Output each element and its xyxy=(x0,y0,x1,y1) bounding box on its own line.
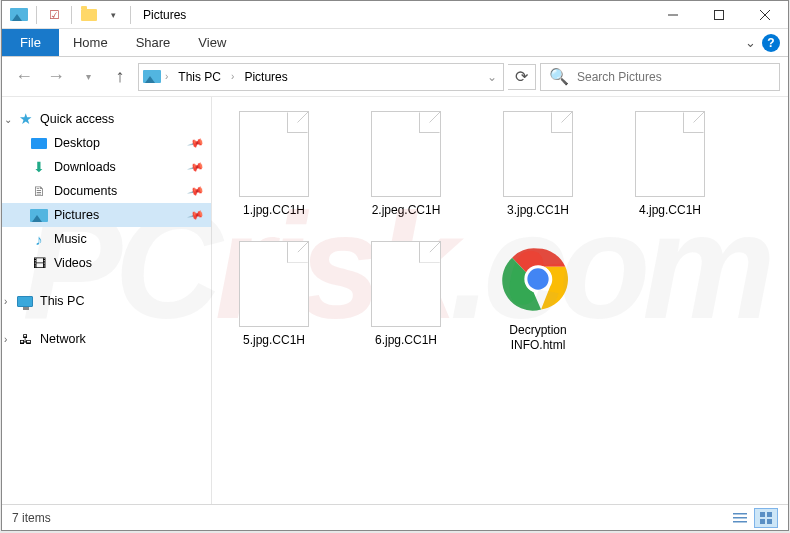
chevron-right-icon[interactable]: › xyxy=(229,71,236,82)
svg-rect-1 xyxy=(715,10,724,19)
network-icon: 🖧 xyxy=(16,330,34,348)
properties-icon[interactable]: ☑ xyxy=(43,4,65,26)
help-icon[interactable]: ? xyxy=(762,34,780,52)
tab-home[interactable]: Home xyxy=(59,29,122,56)
desktop-icon xyxy=(30,134,48,152)
file-item[interactable]: Decryption INFO.html xyxy=(490,241,586,354)
nav-music[interactable]: ♪ Music xyxy=(2,227,211,251)
chevron-down-icon: ⌄ xyxy=(4,114,12,125)
breadcrumb-pictures[interactable]: Pictures xyxy=(238,68,293,86)
close-button[interactable] xyxy=(742,1,788,29)
file-view[interactable]: 1.jpg.CC1H 2.jpeg.CC1H 3.jpg.CC1H 4.jpg.… xyxy=(212,97,788,504)
nav-label: Music xyxy=(54,232,87,246)
file-tab[interactable]: File xyxy=(2,29,59,56)
file-grid: 1.jpg.CC1H 2.jpeg.CC1H 3.jpg.CC1H 4.jpg.… xyxy=(226,111,774,354)
tab-view[interactable]: View xyxy=(184,29,240,56)
separator xyxy=(36,6,37,24)
svg-rect-12 xyxy=(760,519,765,524)
statusbar: 7 items xyxy=(2,504,788,530)
file-item[interactable]: 1.jpg.CC1H xyxy=(226,111,322,219)
pin-icon: 📌 xyxy=(187,134,206,152)
pictures-icon xyxy=(30,206,48,224)
maximize-button[interactable] xyxy=(696,1,742,29)
pin-icon: 📌 xyxy=(187,206,206,224)
svg-point-6 xyxy=(527,268,548,289)
file-name: 3.jpg.CC1H xyxy=(507,203,569,219)
navbar: ← → ▾ ↑ › This PC › Pictures ⌄ ⟳ 🔍 xyxy=(2,57,788,97)
document-icon: 🗎 xyxy=(30,182,48,200)
back-button[interactable]: ← xyxy=(10,63,38,91)
titlebar: ☑ ▾ Pictures xyxy=(2,1,788,29)
file-item[interactable]: 4.jpg.CC1H xyxy=(622,111,718,219)
item-count: 7 items xyxy=(12,511,51,525)
nav-label: Pictures xyxy=(54,208,99,222)
forward-button[interactable]: → xyxy=(42,63,70,91)
ribbon: File Home Share View ⌄ ? xyxy=(2,29,788,57)
file-name: 5.jpg.CC1H xyxy=(243,333,305,349)
chrome-icon xyxy=(500,241,576,317)
file-name: 1.jpg.CC1H xyxy=(243,203,305,219)
up-button[interactable]: ↑ xyxy=(106,63,134,91)
icons-view-button[interactable] xyxy=(754,508,778,528)
expand-ribbon-icon[interactable]: ⌄ xyxy=(745,35,756,50)
blank-file-icon xyxy=(371,111,441,197)
nav-label: Desktop xyxy=(54,136,100,150)
search-input[interactable] xyxy=(577,70,771,84)
svg-rect-9 xyxy=(733,521,747,523)
chevron-right-icon: › xyxy=(4,296,7,307)
address-dropdown-icon[interactable]: ⌄ xyxy=(485,70,499,84)
nav-network[interactable]: › 🖧 Network xyxy=(2,327,211,351)
pin-icon: 📌 xyxy=(187,182,206,200)
nav-downloads[interactable]: ⬇ Downloads 📌 xyxy=(2,155,211,179)
star-icon: ★ xyxy=(16,110,34,128)
refresh-button[interactable]: ⟳ xyxy=(508,64,536,90)
file-name: 2.jpeg.CC1H xyxy=(372,203,441,219)
file-name: Decryption INFO.html xyxy=(490,323,586,354)
minimize-button[interactable] xyxy=(650,1,696,29)
file-name: 4.jpg.CC1H xyxy=(639,203,701,219)
file-item[interactable]: 6.jpg.CC1H xyxy=(358,241,454,354)
qat-dropdown-icon[interactable]: ▾ xyxy=(102,4,124,26)
separator xyxy=(71,6,72,24)
navigation-pane: ⌄ ★ Quick access Desktop 📌 ⬇ Downloads 📌… xyxy=(2,97,212,504)
pin-icon: 📌 xyxy=(187,158,206,176)
blank-file-icon xyxy=(503,111,573,197)
svg-rect-7 xyxy=(733,513,747,515)
window-title: Pictures xyxy=(143,8,186,22)
body: ⌄ ★ Quick access Desktop 📌 ⬇ Downloads 📌… xyxy=(2,97,788,504)
new-folder-icon[interactable] xyxy=(78,4,100,26)
chevron-right-icon[interactable]: › xyxy=(163,71,170,82)
separator xyxy=(130,6,131,24)
blank-file-icon xyxy=(239,111,309,197)
breadcrumb-this-pc[interactable]: This PC xyxy=(172,68,227,86)
explorer-window: PCrisk.com ☑ ▾ Pictures File Home xyxy=(1,0,789,531)
file-name: 6.jpg.CC1H xyxy=(375,333,437,349)
search-box[interactable]: 🔍 xyxy=(540,63,780,91)
nav-label: Videos xyxy=(54,256,92,270)
address-bar[interactable]: › This PC › Pictures ⌄ xyxy=(138,63,504,91)
nav-documents[interactable]: 🗎 Documents 📌 xyxy=(2,179,211,203)
file-item[interactable]: 2.jpeg.CC1H xyxy=(358,111,454,219)
nav-videos[interactable]: 🎞 Videos xyxy=(2,251,211,275)
file-item[interactable]: 3.jpg.CC1H xyxy=(490,111,586,219)
nav-quick-access[interactable]: ⌄ ★ Quick access xyxy=(2,107,211,131)
nav-label: Quick access xyxy=(40,112,114,126)
search-icon: 🔍 xyxy=(549,67,569,86)
nav-desktop[interactable]: Desktop 📌 xyxy=(2,131,211,155)
chevron-right-icon: › xyxy=(4,334,7,345)
nav-label: Documents xyxy=(54,184,117,198)
svg-rect-10 xyxy=(760,512,765,517)
recent-dropdown[interactable]: ▾ xyxy=(74,63,102,91)
file-item[interactable]: 5.jpg.CC1H xyxy=(226,241,322,354)
details-view-button[interactable] xyxy=(728,508,752,528)
blank-file-icon xyxy=(371,241,441,327)
nav-pictures[interactable]: Pictures 📌 xyxy=(2,203,211,227)
svg-rect-8 xyxy=(733,517,747,519)
svg-rect-13 xyxy=(767,519,772,524)
computer-icon xyxy=(16,292,34,310)
nav-label: Network xyxy=(40,332,86,346)
downloads-icon: ⬇ xyxy=(30,158,48,176)
nav-label: Downloads xyxy=(54,160,116,174)
nav-this-pc[interactable]: › This PC xyxy=(2,289,211,313)
tab-share[interactable]: Share xyxy=(122,29,185,56)
